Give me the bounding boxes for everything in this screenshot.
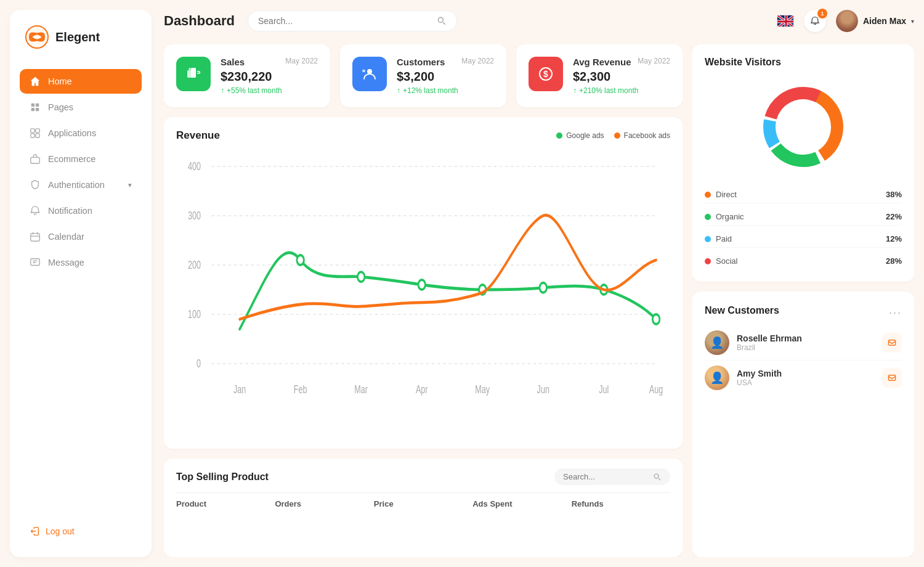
sidebar-item-home[interactable]: Home	[20, 69, 142, 94]
dot-paid	[705, 236, 711, 242]
donut-chart-container	[705, 78, 902, 176]
svg-text:Aug: Aug	[649, 383, 663, 396]
sidebar-item-label-calendar: Calendar	[48, 232, 132, 242]
donut-chart	[754, 78, 853, 176]
legend-item-direct: Direct 38%	[705, 186, 902, 203]
svg-text:100: 100	[188, 308, 201, 320]
revenue-icon: $	[537, 65, 554, 83]
sidebar-item-calendar[interactable]: Calendar	[20, 224, 142, 249]
sidebar-item-ecommerce[interactable]: Ecommerce	[20, 147, 142, 171]
more-button[interactable]: ...	[889, 304, 902, 317]
main-content: Dashboard 1	[152, 0, 924, 567]
pct-paid: 12%	[886, 234, 902, 243]
sales-icon	[185, 65, 202, 83]
logout-button[interactable]: Log out	[20, 520, 142, 542]
notification-button[interactable]: 1	[804, 10, 826, 32]
svg-point-15	[438, 17, 443, 22]
customer-item-0: 👤 Roselle Ehrman Brazil	[705, 325, 902, 361]
avatar	[836, 10, 858, 32]
dot-social	[705, 258, 711, 264]
sidebar-item-pages[interactable]: Pages	[20, 95, 142, 120]
stat-card-sales: Sales May 2022 $230,220 ↑ +55% last mont…	[164, 44, 330, 107]
sidebar-item-label-home: Home	[48, 76, 132, 86]
search-bar[interactable]	[248, 10, 457, 31]
stat-change-sales: ↑ +55% last month	[221, 86, 318, 95]
table-card-title: Top Selling Product	[176, 471, 269, 483]
dot-direct	[705, 192, 711, 198]
user-menu-chevron: ▾	[911, 18, 914, 25]
legend-item-paid: Paid 12%	[705, 230, 902, 248]
svg-text:Jul: Jul	[599, 383, 609, 396]
label-social: Social	[716, 256, 737, 266]
user-menu[interactable]: Aiden Max ▾	[836, 10, 914, 32]
stat-value-customers: $3,200	[397, 70, 494, 84]
svg-text:Jun: Jun	[537, 383, 549, 396]
customer-country-1: USA	[737, 378, 875, 387]
sidebar-item-notification[interactable]: Notification	[20, 198, 142, 223]
svg-rect-11	[36, 134, 39, 137]
svg-point-41	[297, 255, 304, 265]
stat-change-customers: ↑ +12% last month	[397, 86, 494, 95]
pages-icon	[30, 102, 41, 113]
sidebar-item-applications[interactable]: Applications	[20, 121, 142, 145]
svg-text:0: 0	[197, 357, 201, 370]
stat-card-revenue: $ Avg Revenue May 2022 $2,300 ↑ +210% la…	[516, 44, 683, 107]
legend-label-google: Google ads	[566, 131, 604, 140]
customer-action-1[interactable]	[882, 368, 902, 388]
search-icon	[437, 16, 447, 26]
notification-badge: 1	[817, 9, 827, 18]
legend-label-facebook: Facebook ads	[624, 131, 670, 140]
visitors-title: Website Visitors	[705, 57, 902, 68]
pct-organic: 22%	[886, 212, 902, 221]
calendar-icon	[30, 231, 41, 242]
svg-text:400: 400	[188, 160, 201, 173]
svg-text:Jan: Jan	[233, 383, 246, 396]
customer-item-1: 👤 Amy Smith USA	[705, 361, 902, 395]
sidebar-item-label-message: Message	[48, 258, 132, 267]
stat-value-revenue: $2,300	[573, 70, 670, 84]
visitors-card: Website Visitors	[692, 44, 914, 282]
customers-title: New Customers	[705, 305, 779, 316]
table-search-icon	[653, 473, 662, 481]
customer-name-1: Amy Smith	[737, 369, 875, 378]
table-search[interactable]	[554, 468, 670, 485]
legend-item-social: Social 28%	[705, 253, 902, 269]
sidebar-item-label-notification: Notification	[48, 206, 132, 216]
revenue-chart-card: Revenue Google ads Facebook ads	[164, 117, 683, 449]
customer-avatar-1: 👤	[705, 365, 729, 390]
language-selector[interactable]	[777, 15, 794, 27]
table-search-input[interactable]	[563, 472, 649, 481]
stat-info-revenue: Avg Revenue May 2022 $2,300 ↑ +210% last…	[573, 57, 670, 95]
revenue-icon-bg: $	[529, 57, 563, 91]
svg-rect-53	[888, 340, 895, 345]
search-input[interactable]	[258, 16, 432, 26]
svg-rect-54	[888, 375, 895, 380]
customers-card-header: New Customers ...	[705, 304, 902, 317]
svg-text:May: May	[475, 383, 490, 396]
svg-point-42	[357, 272, 364, 282]
svg-rect-5	[36, 104, 39, 107]
svg-rect-10	[31, 134, 34, 137]
customer-action-0[interactable]	[882, 333, 902, 353]
customer-info-0: Roselle Ehrman Brazil	[737, 333, 875, 352]
chart-area: 400 300 200 100 0 Jan Feb Mar Apr May Ju…	[176, 147, 670, 443]
svg-text:Mar: Mar	[354, 383, 368, 396]
stat-change-revenue: ↑ +210% last month	[573, 86, 670, 95]
visitors-legend: Direct 38% Organic 22%	[705, 186, 902, 269]
sidebar-item-label-pages: Pages	[48, 102, 132, 112]
logout-icon	[30, 526, 39, 536]
logo-icon	[25, 25, 49, 49]
sidebar-item-message[interactable]: Message	[20, 250, 142, 275]
center-column: Sales May 2022 $230,220 ↑ +55% last mont…	[164, 44, 683, 557]
home-icon	[30, 76, 41, 87]
apps-icon	[30, 128, 41, 139]
sales-icon-bg	[176, 57, 211, 91]
shield-icon	[30, 179, 41, 190]
customers-icon-bg	[352, 57, 387, 91]
legend-item-organic: Organic 22%	[705, 208, 902, 226]
customer-avatar-0: 👤	[705, 330, 729, 355]
col-product: Product	[176, 499, 275, 508]
svg-rect-9	[36, 129, 39, 133]
header-right: 1 Aiden Max ▾	[777, 10, 914, 32]
sidebar-item-authentication[interactable]: Authentication ▾	[20, 173, 142, 197]
